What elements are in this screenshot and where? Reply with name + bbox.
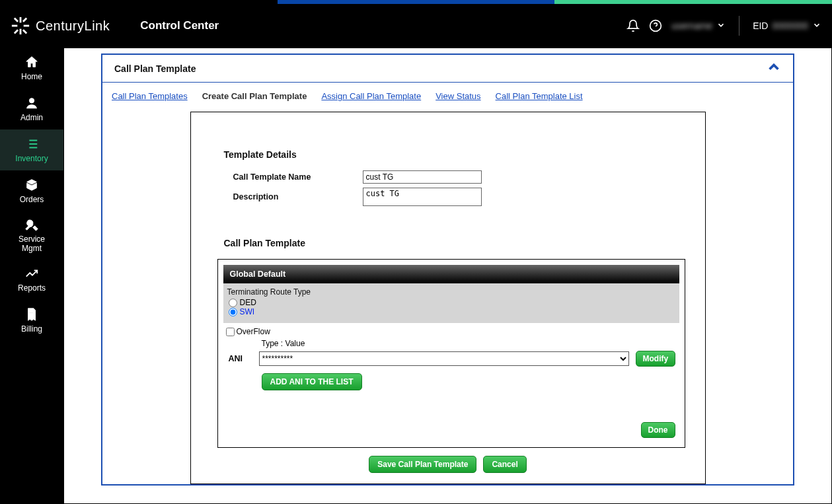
done-button[interactable]: Done (641, 422, 675, 438)
form-container: Template Details Call Template Name Desc… (190, 112, 706, 484)
add-ani-button[interactable]: ADD ANI TO THE LIST (262, 373, 362, 390)
help-icon[interactable] (649, 19, 662, 32)
cancel-button[interactable]: Cancel (483, 456, 526, 473)
sidebar-item-orders[interactable]: Orders (0, 170, 63, 211)
call-template-name-input[interactable] (363, 170, 482, 184)
chevron-down-icon (812, 20, 821, 32)
route-ded-row[interactable]: DED (229, 298, 675, 307)
svg-rect-5 (22, 29, 27, 34)
tab-call-plan-template-list[interactable]: Call Plan Template List (496, 91, 583, 101)
sidebar-item-label: Reports (18, 283, 46, 293)
global-default-header: Global Default (223, 265, 679, 283)
terminating-route-type-label: Terminating Route Type (227, 287, 675, 297)
overflow-checkbox[interactable] (226, 328, 235, 336)
route-swi-label: SWI (240, 307, 255, 316)
overflow-label: OverFlow (237, 327, 270, 336)
type-value-label: Type : Value (262, 339, 677, 348)
sidebar: Home Admin Inventory Orders ServiceMgmt … (0, 48, 63, 504)
app-title: Control Center (140, 19, 219, 32)
bell-icon[interactable] (626, 19, 640, 32)
sidebar-item-billing[interactable]: Billing (0, 300, 63, 341)
user-menu[interactable]: username (671, 20, 726, 32)
svg-rect-2 (12, 25, 17, 27)
template-details-title: Template Details (224, 149, 692, 160)
brand-logo[interactable]: CenturyLink (11, 16, 110, 36)
starburst-icon (11, 16, 30, 36)
eid-value: 0000000 (772, 20, 808, 31)
route-ded-label: DED (240, 298, 256, 307)
svg-rect-4 (14, 17, 19, 22)
description-label: Description (233, 192, 363, 201)
panel-title: Call Plan Template (114, 63, 196, 74)
ani-label: ANI (226, 354, 252, 363)
sidebar-item-service-mgmt[interactable]: ServiceMgmt (0, 211, 63, 259)
sidebar-item-label: Billing (21, 324, 42, 334)
sidebar-item-admin[interactable]: Admin (0, 89, 63, 129)
ani-select[interactable]: ********** (259, 351, 629, 366)
collapse-icon[interactable] (767, 60, 781, 77)
panel-header: Call Plan Template (102, 55, 793, 83)
sidebar-item-inventory[interactable]: Inventory (0, 129, 63, 170)
svg-rect-0 (20, 17, 22, 22)
sidebar-item-label: ServiceMgmt (19, 234, 45, 254)
call-plan-box: Global Default Terminating Route Type DE… (217, 259, 685, 448)
tab-call-plan-templates[interactable]: Call Plan Templates (112, 91, 188, 101)
topbar-accent (0, 0, 832, 4)
eid-menu[interactable]: EID 0000000 (753, 20, 821, 32)
sidebar-item-label: Admin (20, 113, 43, 122)
modify-button[interactable]: Modify (636, 351, 676, 367)
tab-view-status[interactable]: View Status (435, 91, 480, 101)
tab-assign-call-plan-template[interactable]: Assign Call Plan Template (321, 91, 421, 101)
description-input[interactable]: cust TG (363, 188, 482, 206)
svg-rect-7 (14, 29, 19, 34)
svg-rect-6 (22, 17, 27, 22)
sidebar-item-home[interactable]: Home (0, 48, 63, 89)
svg-rect-1 (20, 29, 22, 34)
sidebar-item-label: Inventory (15, 154, 48, 163)
tab-create-call-plan-template[interactable]: Create Call Plan Template (202, 91, 307, 101)
svg-point-10 (29, 98, 34, 103)
call-template-name-label: Call Template Name (233, 172, 363, 182)
route-swi-row[interactable]: SWI (229, 307, 675, 316)
divider (739, 16, 739, 36)
save-call-plan-template-button[interactable]: Save Call Plan Template (369, 456, 476, 473)
svg-rect-3 (24, 25, 29, 27)
sidebar-item-reports[interactable]: Reports (0, 259, 63, 300)
tabbar: Call Plan Templates Create Call Plan Tem… (102, 83, 793, 112)
topbar: CenturyLink Control Center username EID … (0, 4, 832, 48)
svg-rect-17 (29, 312, 33, 312)
route-swi-radio[interactable] (229, 308, 237, 316)
sidebar-item-label: Home (21, 72, 42, 81)
sidebar-item-label: Orders (20, 195, 44, 204)
brand-name: CenturyLink (36, 18, 110, 34)
svg-rect-18 (29, 314, 33, 314)
main-content: Call Plan Template Call Plan Templates C… (63, 48, 832, 504)
call-plan-panel: Call Plan Template Call Plan Templates C… (101, 54, 794, 486)
route-ded-radio[interactable] (229, 299, 237, 307)
call-plan-template-title: Call Plan Template (224, 238, 692, 248)
user-name: username (671, 20, 712, 31)
eid-label: EID (753, 20, 768, 31)
overflow-row[interactable]: OverFlow (226, 327, 677, 336)
chevron-down-icon (716, 20, 726, 32)
